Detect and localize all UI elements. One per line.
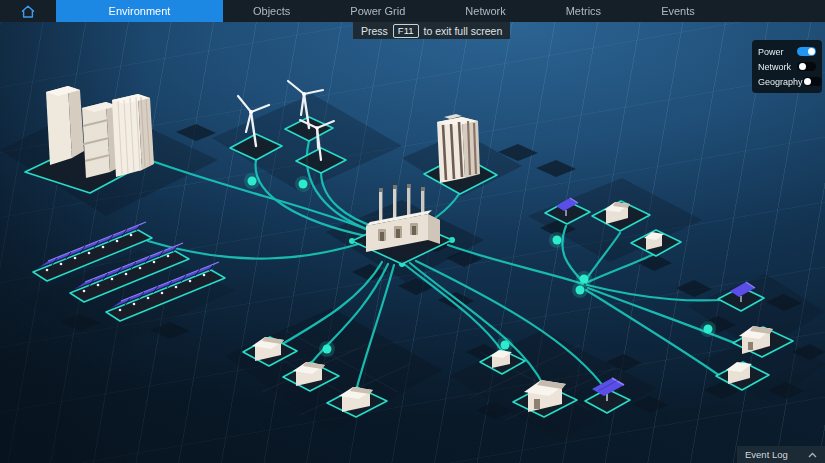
layers-panel: Power Network Geography bbox=[752, 40, 822, 93]
layer-row-geography: Geography bbox=[758, 75, 816, 88]
toast-prefix: Press bbox=[361, 25, 388, 37]
network-toggle[interactable] bbox=[797, 62, 816, 71]
tab-power-grid[interactable]: Power Grid bbox=[320, 0, 435, 22]
world-canvas bbox=[0, 22, 825, 463]
f11-key: F11 bbox=[393, 24, 419, 38]
tab-events[interactable]: Events bbox=[631, 0, 725, 22]
layer-label-power: Power bbox=[758, 47, 784, 57]
chevron-up-icon bbox=[808, 452, 817, 458]
tab-environment[interactable]: Environment bbox=[56, 0, 223, 22]
toggle-knob bbox=[804, 78, 811, 85]
tab-metrics[interactable]: Metrics bbox=[536, 0, 631, 22]
toast-suffix: to exit full screen bbox=[424, 25, 503, 37]
layer-label-network: Network bbox=[758, 62, 791, 72]
home-icon[interactable] bbox=[0, 0, 56, 22]
tab-network[interactable]: Network bbox=[435, 0, 535, 22]
power-toggle[interactable] bbox=[797, 47, 816, 56]
toggle-knob bbox=[799, 63, 806, 70]
layer-row-network: Network bbox=[758, 60, 816, 73]
event-log-bar[interactable]: Event Log bbox=[737, 446, 825, 463]
layer-label-geography: Geography bbox=[758, 77, 803, 87]
digital-twin-app: Environment Objects Power Grid Network M… bbox=[0, 0, 825, 463]
fullscreen-toast: Press F11 to exit full screen bbox=[353, 22, 510, 39]
office-tower[interactable] bbox=[437, 114, 480, 183]
tab-objects[interactable]: Objects bbox=[223, 0, 320, 22]
scene-viewport[interactable]: Press F11 to exit full screen Power Netw… bbox=[0, 22, 825, 463]
link-house-r2 bbox=[586, 254, 654, 283]
toggle-knob bbox=[808, 48, 815, 55]
geography-toggle[interactable] bbox=[803, 77, 822, 86]
layer-row-power: Power bbox=[758, 45, 816, 58]
event-log-label: Event Log bbox=[745, 449, 788, 460]
top-nav: Environment Objects Power Grid Network M… bbox=[0, 0, 825, 22]
